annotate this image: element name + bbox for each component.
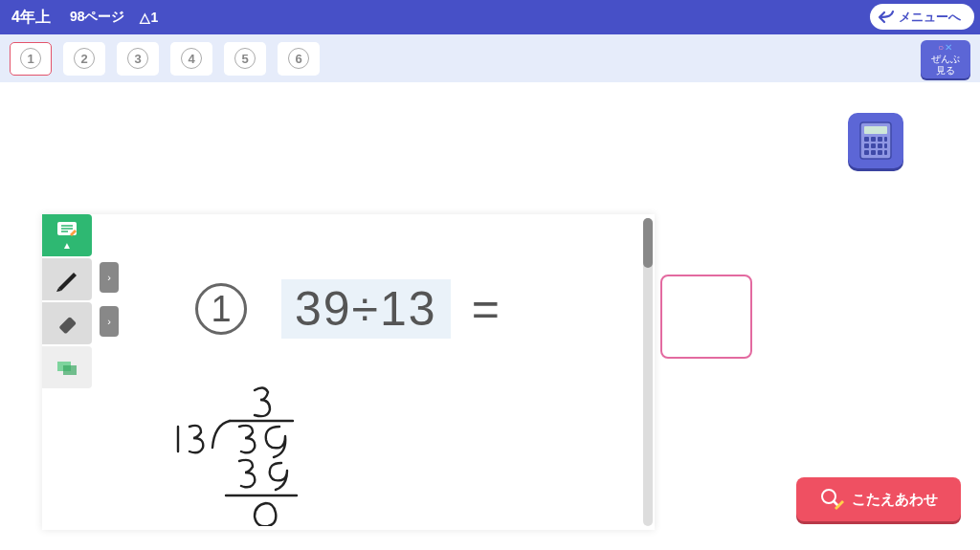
scrollbar-thumb[interactable] (643, 218, 653, 268)
tab-num-4: 4 (181, 48, 202, 69)
app-header: 4年上 98ページ △1 メニューへ (0, 0, 980, 34)
handwriting-work (159, 383, 350, 526)
tab-6[interactable]: 6 (278, 42, 320, 76)
tab-num-3: 3 (127, 48, 148, 69)
svg-rect-5 (884, 137, 887, 142)
calculator-icon (859, 121, 892, 160)
chevron-right-icon: › (107, 272, 111, 283)
view-all-button[interactable]: ○✕ ぜんぶ 見る (921, 40, 970, 78)
svg-rect-8 (878, 143, 882, 148)
answer-input-box[interactable] (660, 275, 752, 359)
problem-expression: 39÷13 (281, 279, 451, 339)
menu-label: メニューへ (899, 9, 961, 26)
expand-pen-button[interactable]: › (100, 262, 119, 293)
svg-rect-17 (63, 365, 77, 375)
svg-rect-11 (871, 150, 876, 155)
highlight-icon (56, 358, 78, 377)
tab-num-2: 2 (74, 48, 95, 69)
eraser-icon (56, 313, 78, 334)
problem-number: 1 (195, 283, 247, 335)
grade-label: 4年上 (11, 8, 51, 28)
svg-rect-7 (871, 143, 876, 148)
tab-4[interactable]: 4 (170, 42, 212, 76)
svg-rect-2 (864, 137, 869, 142)
equals-sign: = (472, 281, 500, 337)
tab-num-6: 6 (288, 48, 309, 69)
pen-tool[interactable] (42, 258, 92, 300)
zenbu-line2: 見る (936, 65, 955, 77)
svg-rect-3 (871, 137, 876, 142)
svg-rect-6 (864, 143, 869, 148)
magnifier-pencil-icon (819, 487, 844, 512)
zenbu-line1: ぜんぶ (931, 54, 960, 65)
svg-rect-4 (878, 137, 882, 142)
svg-rect-10 (864, 150, 869, 155)
expand-eraser-button[interactable]: › (100, 306, 119, 337)
tab-num-5: 5 (234, 48, 256, 69)
note-tool[interactable]: ▲ (42, 214, 92, 256)
tool-column: ▲ (42, 214, 92, 390)
question-tabs-bar: 1 2 3 4 5 6 ○✕ ぜんぶ 見る (0, 34, 980, 82)
svg-rect-1 (864, 126, 887, 134)
svg-rect-9 (884, 143, 887, 148)
highlight-tool[interactable] (42, 346, 92, 388)
svg-rect-13 (884, 150, 887, 155)
tab-2[interactable]: 2 (63, 42, 105, 76)
workspace-canvas[interactable]: ▲ › › 1 39÷13 = (42, 214, 655, 530)
workspace-scrollbar[interactable] (643, 218, 653, 526)
tab-num-1: 1 (20, 48, 41, 69)
page-label: 98ページ (70, 9, 125, 26)
pen-icon (55, 267, 79, 292)
note-icon (56, 221, 78, 238)
svg-rect-12 (878, 150, 882, 155)
eraser-tool[interactable] (42, 302, 92, 344)
check-answer-button[interactable]: こたえあわせ (796, 477, 961, 521)
calculator-button[interactable] (848, 113, 903, 168)
menu-button[interactable]: メニューへ (870, 4, 974, 30)
tab-1[interactable]: 1 (10, 42, 52, 76)
tab-5[interactable]: 5 (224, 42, 266, 76)
tab-3[interactable]: 3 (117, 42, 159, 76)
chevron-right-icon: › (107, 316, 111, 327)
chevron-up-icon: ▲ (62, 240, 72, 251)
problem-display: 1 39÷13 = (195, 279, 500, 339)
svg-rect-15 (59, 317, 77, 334)
check-answer-label: こたえあわせ (852, 491, 938, 509)
ox-icon: ○✕ (938, 42, 953, 54)
difficulty-label: △1 (140, 10, 158, 25)
reply-arrow-icon (878, 10, 895, 25)
